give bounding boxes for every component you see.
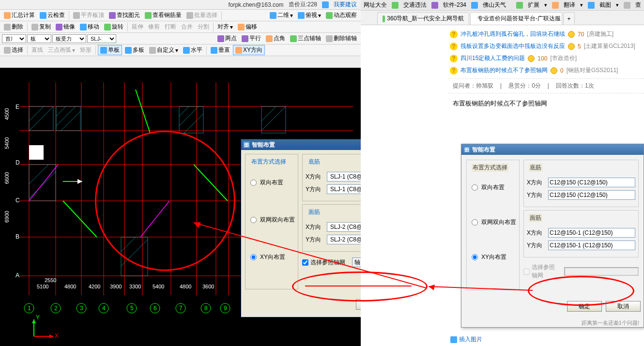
copy-button[interactable]: 复制: [30, 22, 53, 31]
view-2d-button[interactable]: 二维 ▾: [268, 11, 295, 20]
view2d-icon: [270, 12, 276, 19]
svg-line-31: [184, 114, 203, 133]
translate-icon: [552, 2, 559, 9]
select-icon: [4, 47, 11, 54]
top-x-input-2[interactable]: [548, 228, 635, 238]
break-button[interactable]: 打断: [163, 22, 178, 31]
top-view-button[interactable]: 俯视 ▾: [296, 11, 323, 20]
orbit-button[interactable]: 动态观察: [324, 11, 359, 20]
split-button[interactable]: 分割: [196, 22, 211, 31]
radio-bidir-2[interactable]: 双向布置: [470, 183, 516, 192]
batch-select-button[interactable]: 批量选择: [184, 11, 219, 20]
offset-button[interactable]: 偏移: [236, 22, 259, 31]
del-aux-button[interactable]: 删除辅轴: [324, 34, 359, 43]
type2-select[interactable]: 板受力筋: [52, 34, 86, 43]
extend-button[interactable]: 延伸: [130, 22, 145, 31]
rotate-button[interactable]: 旋转: [102, 22, 125, 31]
rotate-icon: [104, 24, 111, 30]
top-y-input-2[interactable]: [548, 241, 635, 250]
multi-board-button[interactable]: 多板: [123, 45, 146, 55]
coin-icon: [551, 67, 557, 74]
bookmark-item[interactable]: 网址大全: [364, 1, 387, 9]
qa-link[interactable]: 筏板设置多边变截面选中筏板边没有反应: [460, 42, 565, 50]
svg-text:3: 3: [80, 305, 83, 312]
ext-icon: [516, 2, 523, 9]
three-pts-button[interactable]: 三点辅轴: [288, 34, 323, 43]
ptangle-icon: [266, 35, 273, 42]
copy-icon: [31, 24, 38, 30]
tab-glodon[interactable]: 专业造价问题答疑平台-广联达服✕: [470, 12, 562, 25]
qa-link[interactable]: 四川15定额人工费的问题: [460, 54, 525, 62]
cloud-check-button[interactable]: 云检查: [38, 11, 67, 20]
floor-select[interactable]: 首层: [2, 34, 26, 43]
weather-icon: [471, 2, 478, 9]
vert-button[interactable]: 垂直: [209, 45, 232, 55]
tab-360[interactable]: 360导航_新一代安全上网导航: [377, 12, 469, 25]
bottom-y-input-2[interactable]: [548, 190, 635, 200]
bell-icon[interactable]: [322, 1, 329, 8]
type1-select[interactable]: 板: [27, 34, 51, 43]
arc-button[interactable]: 三点画弧 ▾: [46, 45, 77, 55]
insert-picture-button[interactable]: 插入图片: [450, 335, 482, 344]
qa-link[interactable]: 布置板钢筋的时候点不了参照轴网: [460, 66, 548, 75]
horiz-button[interactable]: 水平: [181, 45, 204, 55]
bookmark-bar: 网址大全 交通违法 软件-234 佛山天气 扩展 ▾ 翻译 ▾ 截图 ▾ 查: [361, 0, 644, 11]
radio-double-net[interactable]: 双网双向布置: [248, 216, 295, 224]
bottom-x-input-2[interactable]: [548, 178, 635, 187]
two-pts-button[interactable]: 两点: [215, 34, 239, 43]
sum-calc-button[interactable]: 汇总计算: [2, 11, 37, 20]
move-button[interactable]: 移动: [78, 22, 101, 31]
ref-axis-checkbox[interactable]: [302, 259, 308, 266]
layout-section-title-2: 布置方式选择: [472, 164, 508, 172]
qa-link[interactable]: 冲孔桩冲孔遇到孤石偏孔，回填块石继续: [460, 30, 565, 38]
dialog-title-2: 智能布置: [472, 146, 495, 154]
svg-rect-24: [56, 106, 80, 131]
single-board-button[interactable]: 单板: [98, 45, 122, 55]
pt-angle-button[interactable]: 点角: [264, 34, 287, 43]
parallel-button[interactable]: 平行: [240, 34, 263, 43]
mirror-icon: [56, 24, 62, 30]
find-elem-button[interactable]: 查找图元: [107, 11, 142, 20]
coin-icon: [568, 31, 575, 38]
question-icon: ?: [450, 55, 458, 62]
layout-section-title: 布置方式选择: [250, 158, 287, 166]
new-tab-button[interactable]: +: [563, 12, 575, 25]
svg-text:9: 9: [224, 305, 227, 312]
delete-icon: [4, 24, 11, 30]
svg-text:B: B: [15, 233, 19, 240]
svg-text:7: 7: [179, 305, 183, 312]
line-button[interactable]: 直线: [30, 45, 45, 55]
xy-dir-button[interactable]: XY方向: [233, 45, 265, 55]
select-button[interactable]: 选择: [2, 45, 25, 55]
rect-button[interactable]: 矩形: [78, 45, 93, 55]
suggest-link[interactable]: 我要建议: [334, 0, 357, 9]
align-button[interactable]: 对齐 ▾: [215, 22, 235, 31]
svg-text:Y: Y: [36, 314, 40, 321]
radio-double-net-2[interactable]: 双网双向布置: [470, 218, 516, 226]
trim-button[interactable]: 修剪: [146, 22, 162, 31]
browser-tabs: 360导航_新一代安全上网导航 专业造价问题答疑平台-广联达服✕ +: [361, 11, 644, 25]
svg-line-23: [29, 106, 53, 131]
dialog-titlebar-2[interactable]: ⊞ 智能布置: [461, 144, 644, 155]
svg-text:C: C: [15, 197, 20, 204]
svg-text:2: 2: [54, 305, 58, 312]
ok-button-2[interactable]: 确定: [567, 301, 602, 312]
radio-xy-2[interactable]: XY向布置: [470, 253, 516, 261]
flush-icon: [73, 12, 80, 19]
delete-button[interactable]: 删除: [2, 22, 25, 31]
svg-line-39: [121, 237, 136, 252]
mirror-button[interactable]: 镜像: [54, 22, 77, 31]
qa-meta: 提问者：帅旭驭|悬赏分：0分|回答次数：1次: [448, 78, 644, 93]
cancel-button-2[interactable]: 取消: [606, 301, 641, 312]
app-topbar: forpk.chen@163.com 造价豆:228 我要建议: [0, 0, 361, 10]
custom-button[interactable]: 自定义 ▾: [147, 45, 180, 55]
code-select[interactable]: SLJ-1: [87, 34, 116, 43]
picture-icon: [450, 336, 457, 343]
steel-qty-button[interactable]: 查看钢筋量: [143, 11, 184, 20]
flush-top-button[interactable]: 平齐板顶: [71, 11, 106, 20]
find-icon: [109, 12, 116, 19]
radio-bidir[interactable]: 双向布置: [248, 179, 295, 187]
radio-xy[interactable]: XY向布置: [248, 253, 295, 261]
merge-button[interactable]: 合并: [179, 22, 195, 31]
question-icon: ?: [450, 30, 458, 38]
